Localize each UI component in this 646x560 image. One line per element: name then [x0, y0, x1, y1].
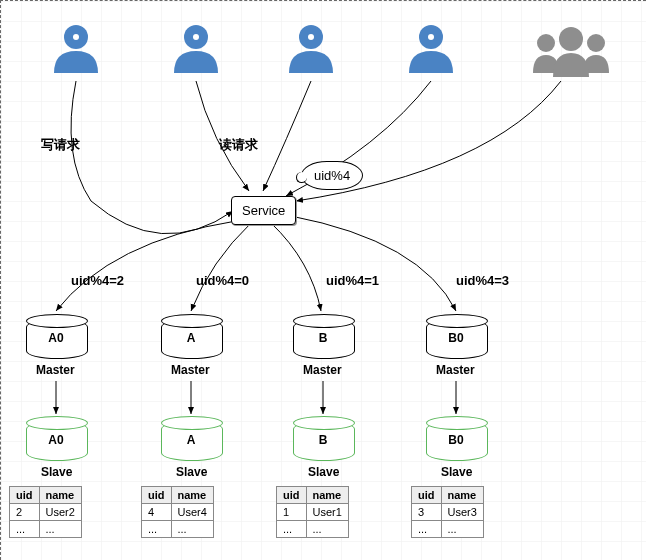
master-label: Master — [436, 363, 475, 377]
user-icon — [166, 21, 226, 81]
route-label-0: uid%4=2 — [71, 273, 124, 288]
slave-label: Slave — [176, 465, 207, 479]
svg-point-13 — [537, 34, 555, 52]
master-label: Master — [303, 363, 342, 377]
shard-bubble: uid%4 — [301, 161, 363, 190]
diagram-canvas: 写请求 读请求 Service uid%4 uid%4=2 uid%4=0 ui… — [0, 0, 646, 560]
user-icon — [281, 21, 341, 81]
user-icon — [401, 21, 461, 81]
svg-point-10 — [308, 34, 314, 40]
data-table-2: uidname 1User1 ...... — [276, 486, 349, 538]
db-slave-0: A0 — [26, 421, 86, 459]
data-table-3: uidname 3User3 ...... — [411, 486, 484, 538]
slave-label: Slave — [441, 465, 472, 479]
route-label-1: uid%4=0 — [196, 273, 249, 288]
db-slave-3: B0 — [426, 421, 486, 459]
db-slave-2: B — [293, 421, 353, 459]
slave-label: Slave — [41, 465, 72, 479]
group-icon — [521, 21, 621, 81]
service-node: Service — [231, 196, 296, 225]
slave-label: Slave — [308, 465, 339, 479]
read-request-label: 读请求 — [219, 136, 258, 154]
db-slave-1: A — [161, 421, 221, 459]
data-table-1: uidname 4User4 ...... — [141, 486, 214, 538]
db-master-0: A0 — [26, 319, 86, 357]
master-label: Master — [171, 363, 210, 377]
data-table-0: uidname 2User2 ...... — [9, 486, 82, 538]
svg-point-15 — [559, 27, 583, 51]
write-request-label: 写请求 — [41, 136, 80, 154]
db-master-1: A — [161, 319, 221, 357]
route-label-2: uid%4=1 — [326, 273, 379, 288]
svg-point-12 — [428, 34, 434, 40]
db-master-2: B — [293, 319, 353, 357]
route-label-3: uid%4=3 — [456, 273, 509, 288]
master-label: Master — [36, 363, 75, 377]
svg-point-14 — [587, 34, 605, 52]
db-master-3: B0 — [426, 319, 486, 357]
user-icon — [46, 21, 106, 81]
svg-point-6 — [73, 34, 79, 40]
svg-point-8 — [193, 34, 199, 40]
